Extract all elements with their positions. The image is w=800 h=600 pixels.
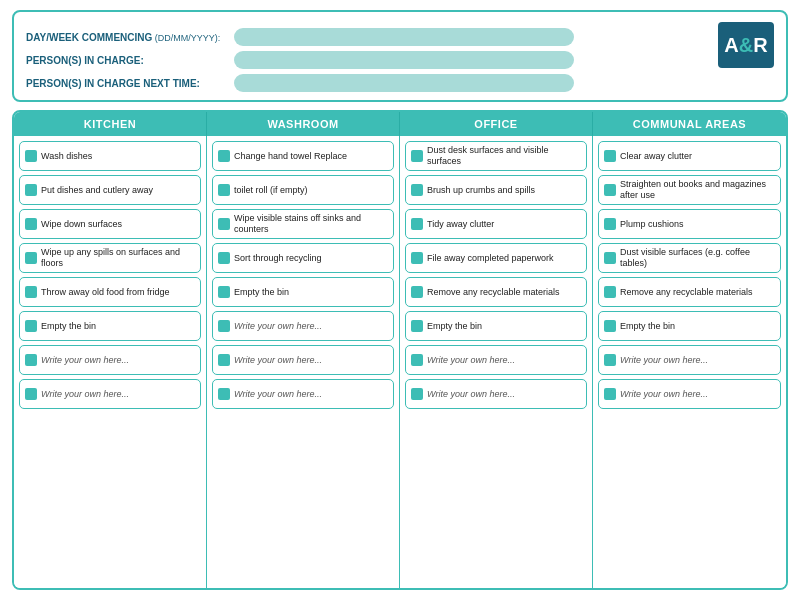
task-checkbox[interactable] [411,320,423,332]
col-header-kitchen: KITCHEN [14,112,207,136]
task-checkbox[interactable] [604,150,616,162]
task-checkbox[interactable] [25,320,37,332]
task-item[interactable]: Straighten out books and magazines after… [598,175,781,205]
task-text: Dust desk surfaces and visible surfaces [427,145,581,167]
task-item[interactable]: Write your own here... [212,379,394,409]
task-checkbox[interactable] [25,252,37,264]
task-checkbox[interactable] [411,150,423,162]
page: DAY/WEEK COMMENCING (DD/MM/YYYY):PERSON(… [0,0,800,600]
field-label-day-week: DAY/WEEK COMMENCING (DD/MM/YYYY): [26,32,226,43]
task-item[interactable]: toilet roll (if empty) [212,175,394,205]
task-checkbox[interactable] [604,320,616,332]
task-checkbox[interactable] [218,184,230,196]
task-item[interactable]: Write your own here... [405,345,587,375]
rows-area: Wash dishesPut dishes and cutlery awayWi… [14,136,786,588]
field-label-person-charge: PERSON(S) IN CHARGE: [26,55,226,66]
task-checkbox[interactable] [604,286,616,298]
task-item[interactable]: Empty the bin [212,277,394,307]
task-checkbox[interactable] [411,218,423,230]
column-washroom: Change hand towel Replacetoilet roll (if… [207,136,400,588]
task-item[interactable]: Wash dishes [19,141,201,171]
field-label-person-next: PERSON(S) IN CHARGE NEXT TIME: [26,78,226,89]
task-item[interactable]: Write your own here... [19,345,201,375]
task-item[interactable]: Empty the bin [598,311,781,341]
task-text: Write your own here... [427,389,515,400]
col-header-office: OFFICE [400,112,593,136]
task-checkbox[interactable] [604,252,616,264]
field-row-person-charge: PERSON(S) IN CHARGE: [26,51,694,69]
task-checkbox[interactable] [604,388,616,400]
task-text: Dust visible surfaces (e.g. coffee table… [620,247,775,269]
task-item[interactable]: Empty the bin [19,311,201,341]
task-item[interactable]: Write your own here... [598,379,781,409]
task-text: Write your own here... [234,321,322,332]
task-checkbox[interactable] [604,184,616,196]
task-item[interactable]: Write your own here... [598,345,781,375]
task-text: Clear away clutter [620,151,692,162]
task-item[interactable]: File away completed paperwork [405,243,587,273]
task-checkbox[interactable] [218,354,230,366]
task-text: Write your own here... [41,389,129,400]
task-item[interactable]: Write your own here... [212,345,394,375]
task-item[interactable]: Clear away clutter [598,141,781,171]
task-item[interactable]: Brush up crumbs and spills [405,175,587,205]
task-item[interactable]: Remove any recyclable materials [598,277,781,307]
field-input-person-next[interactable] [234,74,574,92]
task-text: toilet roll (if empty) [234,185,308,196]
task-item[interactable]: Put dishes and cutlery away [19,175,201,205]
task-checkbox[interactable] [25,286,37,298]
task-item[interactable]: Remove any recyclable materials [405,277,587,307]
task-checkbox[interactable] [411,184,423,196]
column-communal-areas: Clear away clutterStraighten out books a… [593,136,786,588]
task-item[interactable]: Wipe down surfaces [19,209,201,239]
task-text: Change hand towel Replace [234,151,347,162]
task-text: Write your own here... [427,355,515,366]
task-item[interactable]: Empty the bin [405,311,587,341]
task-item[interactable]: Dust visible surfaces (e.g. coffee table… [598,243,781,273]
task-checkbox[interactable] [25,354,37,366]
task-checkbox[interactable] [25,388,37,400]
task-text: Empty the bin [234,287,289,298]
task-checkbox[interactable] [218,286,230,298]
task-item[interactable]: Write your own here... [212,311,394,341]
task-checkbox[interactable] [218,150,230,162]
task-item[interactable]: Plump cushions [598,209,781,239]
task-text: Write your own here... [620,389,708,400]
task-text: Wipe down surfaces [41,219,122,230]
task-checkbox[interactable] [218,320,230,332]
column-headers: KITCHENWASHROOMOFFICECOMMUNAL AREAS [14,112,786,136]
field-input-person-charge[interactable] [234,51,574,69]
field-row-person-next: PERSON(S) IN CHARGE NEXT TIME: [26,74,694,92]
task-checkbox[interactable] [25,150,37,162]
task-checkbox[interactable] [25,218,37,230]
col-header-communal-areas: COMMUNAL AREAS [593,112,786,136]
task-text: Empty the bin [620,321,675,332]
task-item[interactable]: Sort through recycling [212,243,394,273]
main-table: KITCHENWASHROOMOFFICECOMMUNAL AREAS Wash… [12,110,788,590]
task-checkbox[interactable] [411,354,423,366]
task-checkbox[interactable] [218,252,230,264]
task-text: Remove any recyclable materials [427,287,560,298]
logo-circle: A&R [718,22,774,68]
task-checkbox[interactable] [411,286,423,298]
task-item[interactable]: Write your own here... [19,379,201,409]
task-item[interactable]: Dust desk surfaces and visible surfaces [405,141,587,171]
task-text: Remove any recyclable materials [620,287,753,298]
task-checkbox[interactable] [411,252,423,264]
task-text: Brush up crumbs and spills [427,185,535,196]
task-checkbox[interactable] [411,388,423,400]
task-checkbox[interactable] [218,218,230,230]
task-item[interactable]: Change hand towel Replace [212,141,394,171]
task-item[interactable]: Wipe visible stains off sinks and counte… [212,209,394,239]
task-checkbox[interactable] [218,388,230,400]
task-checkbox[interactable] [25,184,37,196]
task-item[interactable]: Wipe up any spills on surfaces and floor… [19,243,201,273]
task-item[interactable]: Write your own here... [405,379,587,409]
task-text: File away completed paperwork [427,253,554,264]
task-checkbox[interactable] [604,218,616,230]
task-item[interactable]: Throw away old food from fridge [19,277,201,307]
task-text: Empty the bin [41,321,96,332]
task-checkbox[interactable] [604,354,616,366]
task-item[interactable]: Tidy away clutter [405,209,587,239]
field-input-day-week[interactable] [234,28,574,46]
